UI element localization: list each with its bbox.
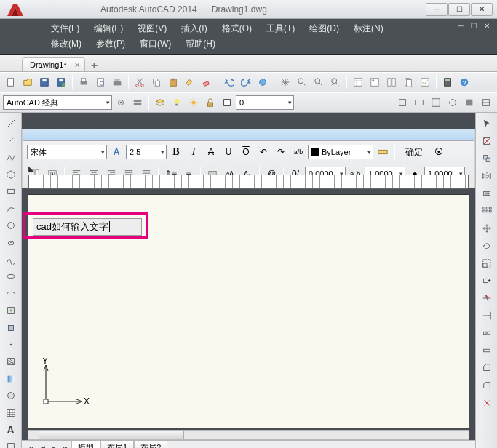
- open-icon[interactable]: [20, 74, 36, 90]
- tab-model[interactable]: 模型: [71, 441, 100, 448]
- zoom-prev-icon[interactable]: [327, 74, 343, 90]
- menu-draw[interactable]: 绘图(D): [302, 21, 346, 36]
- menu-insert[interactable]: 插入(I): [174, 21, 214, 36]
- help-icon[interactable]: ?: [456, 74, 472, 90]
- pline-icon[interactable]: [3, 150, 19, 165]
- chamfer-icon[interactable]: [479, 360, 495, 376]
- menu-edit[interactable]: 编辑(E): [87, 21, 130, 36]
- link-icon[interactable]: [255, 74, 271, 90]
- line-icon[interactable]: [3, 116, 19, 131]
- minimize-button[interactable]: ─: [426, 3, 448, 16]
- ws-gear-icon[interactable]: [113, 95, 129, 111]
- xline-icon[interactable]: [3, 132, 19, 148]
- redo-text-icon[interactable]: ↷: [273, 144, 289, 160]
- paste-icon[interactable]: [165, 74, 181, 90]
- new-icon[interactable]: [3, 74, 19, 90]
- rotate-icon[interactable]: [479, 238, 495, 254]
- scale-icon[interactable]: [479, 255, 495, 271]
- r1-icon[interactable]: [394, 95, 410, 111]
- eraser-icon[interactable]: [199, 74, 215, 90]
- gradient-icon[interactable]: [3, 371, 19, 386]
- overline-button[interactable]: O: [238, 144, 254, 160]
- markup-icon[interactable]: [417, 74, 433, 90]
- lock-icon[interactable]: [202, 95, 218, 111]
- doc-restore-button[interactable]: ❐: [468, 20, 480, 31]
- mirror-icon[interactable]: [479, 168, 495, 184]
- italic-button[interactable]: I: [186, 144, 202, 160]
- explode-icon[interactable]: [479, 395, 495, 411]
- tab-prev-icon[interactable]: ◀: [36, 443, 48, 449]
- file-tab[interactable]: Drawing1* ✕: [22, 57, 85, 71]
- break-icon[interactable]: [479, 325, 495, 341]
- menu-window[interactable]: 窗口(W): [132, 36, 178, 52]
- layer-color-icon[interactable]: [219, 95, 235, 111]
- menu-help[interactable]: 帮助(H): [178, 36, 223, 52]
- redo-icon[interactable]: [238, 74, 254, 90]
- properties-icon[interactable]: [350, 74, 366, 90]
- table-icon[interactable]: [3, 405, 19, 420]
- offset-icon[interactable]: [479, 185, 495, 201]
- trim-icon[interactable]: [479, 290, 495, 306]
- revcloud-icon[interactable]: [3, 235, 19, 250]
- insert-icon[interactable]: [3, 303, 19, 318]
- ws-tools-icon[interactable]: [130, 95, 146, 111]
- strike-button[interactable]: A: [203, 144, 219, 160]
- join-icon[interactable]: [479, 343, 495, 359]
- pan-icon[interactable]: [277, 74, 293, 90]
- ok-button[interactable]: 确定: [399, 144, 429, 160]
- stack-icon[interactable]: a/b: [290, 144, 306, 160]
- r3-icon[interactable]: [428, 95, 444, 111]
- erase-icon[interactable]: [479, 133, 495, 149]
- font-dropdown[interactable]: 宋体: [27, 145, 107, 159]
- polygon-icon[interactable]: [3, 167, 19, 182]
- r5-icon[interactable]: [461, 95, 477, 111]
- point-icon[interactable]: [3, 337, 19, 352]
- array-icon[interactable]: [479, 203, 495, 219]
- menu-modify[interactable]: 修改(M): [44, 36, 89, 52]
- bold-button[interactable]: B: [168, 144, 184, 160]
- menu-view[interactable]: 视图(V): [130, 21, 174, 36]
- workspace-dropdown[interactable]: AutoCAD 经典: [3, 95, 112, 110]
- fillet-icon[interactable]: [479, 377, 495, 393]
- close-button[interactable]: ✕: [471, 3, 493, 16]
- move-icon[interactable]: [479, 220, 495, 236]
- doc-minimize-button[interactable]: ─: [455, 20, 466, 31]
- drawing-canvas[interactable]: ◣ cad如何输入文字 Y X: [28, 194, 469, 428]
- ruler-indent-marker[interactable]: ◣: [28, 164, 34, 172]
- new-tab-button[interactable]: ✚: [88, 60, 101, 71]
- saveas-icon[interactable]: [53, 74, 69, 90]
- menu-file[interactable]: 文件(F): [44, 21, 87, 36]
- menu-format[interactable]: 格式(O): [215, 21, 259, 36]
- maximize-button[interactable]: ☐: [448, 3, 470, 16]
- close-icon[interactable]: ✕: [74, 61, 80, 69]
- horizontal-scrollbar[interactable]: [28, 430, 469, 440]
- r4-icon[interactable]: [445, 95, 461, 111]
- text-icon[interactable]: A: [3, 422, 19, 437]
- text-color-dropdown[interactable]: ByLayer: [308, 145, 373, 159]
- menu-dimension[interactable]: 标注(N): [346, 21, 391, 36]
- print-preview-icon[interactable]: [92, 74, 108, 90]
- tab-first-icon[interactable]: ⏮: [25, 443, 36, 449]
- sun-icon[interactable]: [186, 95, 202, 111]
- menu-param[interactable]: 参数(P): [89, 36, 132, 52]
- arc-icon[interactable]: [3, 201, 19, 216]
- annotative-icon[interactable]: A: [108, 144, 124, 160]
- save-icon[interactable]: [36, 74, 52, 90]
- mtext-editor[interactable]: cad如何输入文字: [33, 218, 142, 236]
- options-icon[interactable]: ⦿: [431, 144, 447, 160]
- sheet-set-icon[interactable]: [400, 74, 416, 90]
- zoom-realtime-icon[interactable]: [294, 74, 310, 90]
- stretch-icon[interactable]: [479, 273, 495, 289]
- cursor-icon[interactable]: [479, 116, 495, 132]
- undo-icon[interactable]: [221, 74, 237, 90]
- copy-icon[interactable]: [148, 74, 164, 90]
- ellipse-arc-icon[interactable]: [3, 286, 19, 301]
- tab-layout2[interactable]: 布局2: [134, 441, 167, 448]
- tab-layout1[interactable]: 布局1: [100, 441, 134, 448]
- undo-text-icon[interactable]: ↶: [255, 144, 271, 160]
- match-icon[interactable]: [182, 74, 198, 90]
- tab-next-icon[interactable]: ▶: [48, 443, 60, 449]
- circle-icon[interactable]: [3, 217, 19, 233]
- zoom-window-icon[interactable]: +: [311, 74, 327, 90]
- layer-states-icon[interactable]: [152, 95, 168, 111]
